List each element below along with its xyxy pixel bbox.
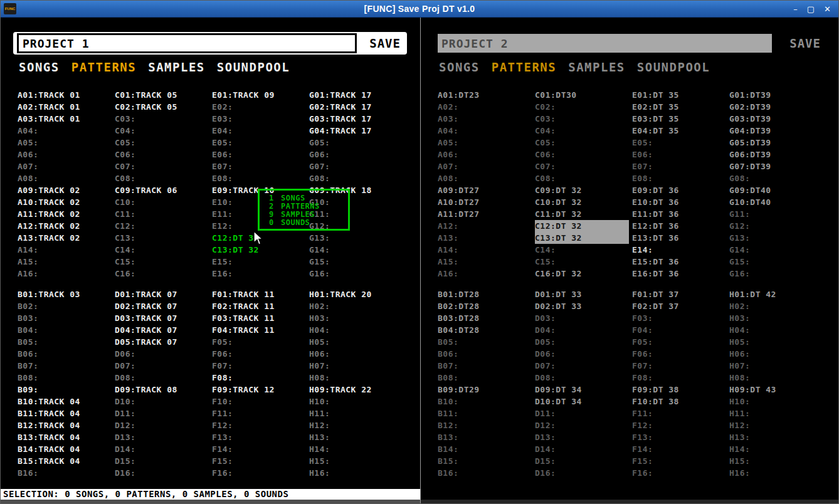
pattern-slot-G13[interactable]: G13: <box>309 232 406 244</box>
pattern-slot-E04[interactable]: E04:DT 35 <box>632 125 729 137</box>
pattern-slot-A15[interactable]: A15: <box>18 256 115 268</box>
pattern-slot-C10[interactable]: C10: <box>115 196 212 208</box>
pattern-slot-H16[interactable]: H16: <box>309 467 406 479</box>
pattern-slot-G01[interactable]: G01:TRACK 17 <box>309 89 406 101</box>
pattern-slot-E01[interactable]: E01:DT 35 <box>632 89 729 101</box>
pattern-slot-B16[interactable]: B16: <box>18 467 115 479</box>
pattern-slot-B07[interactable]: B07: <box>18 360 115 372</box>
pattern-slot-D07[interactable]: D07: <box>115 360 212 372</box>
pattern-slot-G06[interactable]: G06: <box>309 149 406 160</box>
pattern-slot-A05[interactable]: A05: <box>438 137 535 149</box>
pattern-slot-G03[interactable]: G03:TRACK 17 <box>309 113 406 125</box>
pattern-slot-B15[interactable]: B15:TRACK 04 <box>18 455 115 467</box>
pattern-slot-G01[interactable]: G01:DT39 <box>729 89 826 101</box>
pattern-slot-D04[interactable]: D04: <box>535 324 632 336</box>
pattern-slot-H03[interactable]: H03: <box>729 312 826 324</box>
pattern-slot-H16[interactable]: H16: <box>729 467 826 479</box>
pattern-slot-A08[interactable]: A08: <box>438 172 535 184</box>
pattern-slot-F13[interactable]: F13: <box>212 431 309 443</box>
pattern-slot-H12[interactable]: H12: <box>309 419 406 431</box>
pattern-slot-A03[interactable]: A03: <box>438 113 535 125</box>
pattern-slot-H08[interactable]: H08: <box>309 372 406 384</box>
pattern-slot-C04[interactable]: C04: <box>535 125 632 137</box>
pattern-slot-D08[interactable]: D08: <box>535 372 632 384</box>
pattern-slot-G10[interactable]: G10:DT40 <box>729 196 826 208</box>
pattern-slot-E09[interactable]: E09:DT 36 <box>632 184 729 196</box>
pattern-slot-H07[interactable]: H07: <box>729 360 826 372</box>
pattern-slot-H08[interactable]: H08: <box>729 372 826 384</box>
pattern-slot-C02[interactable]: C02:TRACK 05 <box>115 101 212 113</box>
pattern-slot-E06[interactable]: E06: <box>212 149 309 160</box>
pattern-slot-A11[interactable]: A11:DT27 <box>438 208 535 220</box>
pattern-slot-F01[interactable]: F01:DT 37 <box>632 288 729 300</box>
pattern-slot-G09[interactable]: G09:DT40 <box>729 184 826 196</box>
pattern-slot-A01[interactable]: A01:DT23 <box>438 89 535 101</box>
pattern-slot-B09[interactable]: B09:DT29 <box>438 384 535 396</box>
pattern-slot-H14[interactable]: H14: <box>309 443 406 455</box>
tab-soundpool[interactable]: SOUNDPOOL <box>637 60 710 74</box>
pattern-slot-B14[interactable]: B14:TRACK 04 <box>18 443 115 455</box>
pattern-slot-D15[interactable]: D15: <box>535 455 632 467</box>
pattern-slot-F12[interactable]: F12: <box>632 419 729 431</box>
pattern-slot-B06[interactable]: B06: <box>438 348 535 360</box>
tab-songs[interactable]: SONGS <box>19 60 60 74</box>
pattern-slot-A07[interactable]: A07: <box>18 160 115 172</box>
pattern-slot-E04[interactable]: E04: <box>212 125 309 137</box>
pattern-slot-E02[interactable]: E02: <box>212 101 309 113</box>
pattern-slot-F09[interactable]: F09:DT 38 <box>632 384 729 396</box>
pattern-slot-A10[interactable]: A10:TRACK 02 <box>18 196 115 208</box>
pattern-slot-F11[interactable]: F11: <box>632 407 729 419</box>
pattern-slot-D12[interactable]: D12: <box>535 419 632 431</box>
pattern-slot-F02[interactable]: F02:DT 37 <box>632 300 729 312</box>
pattern-slot-F03[interactable]: F03: <box>632 312 729 324</box>
pattern-slot-B09[interactable]: B09: <box>18 384 115 396</box>
pattern-slot-D11[interactable]: D11: <box>115 407 212 419</box>
pattern-slot-A11[interactable]: A11:TRACK 02 <box>18 208 115 220</box>
pattern-slot-G16[interactable]: G16: <box>729 268 826 280</box>
pattern-slot-G07[interactable]: G07:DT39 <box>729 160 826 172</box>
project-name-input[interactable] <box>438 34 772 53</box>
pattern-slot-C01[interactable]: C01:DT30 <box>535 89 632 101</box>
pattern-slot-C16[interactable]: C16: <box>115 268 212 280</box>
pattern-slot-B11[interactable]: B11:TRACK 04 <box>18 407 115 419</box>
pattern-slot-G12[interactable]: G12: <box>729 220 826 232</box>
pattern-slot-H13[interactable]: H13: <box>729 431 826 443</box>
tab-samples[interactable]: SAMPLES <box>148 60 205 74</box>
pattern-slot-E07[interactable]: E07: <box>632 160 729 172</box>
pattern-slot-C03[interactable]: C03: <box>535 113 632 125</box>
pattern-slot-E14[interactable]: E14: <box>632 244 729 256</box>
pattern-slot-C08[interactable]: C08: <box>535 172 632 184</box>
pattern-slot-A15[interactable]: A15: <box>438 256 535 268</box>
pattern-slot-B12[interactable]: B12: <box>438 419 535 431</box>
pattern-slot-F15[interactable]: F15: <box>212 455 309 467</box>
close-button[interactable]: ✕ <box>824 1 831 18</box>
pattern-slot-E10[interactable]: E10:DT 36 <box>632 196 729 208</box>
tab-patterns[interactable]: PATTERNS <box>71 60 137 74</box>
pattern-slot-F12[interactable]: F12: <box>212 419 309 431</box>
pattern-slot-D14[interactable]: D14: <box>535 443 632 455</box>
pattern-slot-D11[interactable]: D11: <box>535 407 632 419</box>
pattern-slot-A14[interactable]: A14: <box>18 244 115 256</box>
pattern-slot-D10[interactable]: D10: <box>115 396 212 407</box>
pattern-slot-B04[interactable]: B04: <box>18 324 115 336</box>
pattern-slot-E12[interactable]: E12:DT 36 <box>632 220 729 232</box>
pattern-slot-D07[interactable]: D07: <box>535 360 632 372</box>
pattern-slot-A09[interactable]: A09:TRACK 02 <box>18 184 115 196</box>
pattern-slot-F06[interactable]: F06: <box>212 348 309 360</box>
pattern-slot-B01[interactable]: B01:TRACK 03 <box>18 288 115 300</box>
pattern-slot-F15[interactable]: F15: <box>632 455 729 467</box>
tab-soundpool[interactable]: SOUNDPOOL <box>217 60 290 74</box>
pattern-slot-F14[interactable]: F14: <box>632 443 729 455</box>
pattern-slot-C04[interactable]: C04: <box>115 125 212 137</box>
pattern-slot-C15[interactable]: C15: <box>535 256 632 268</box>
save-button[interactable]: SAVE <box>369 36 401 50</box>
save-button[interactable]: SAVE <box>789 36 821 50</box>
pattern-slot-H06[interactable]: H06: <box>309 348 406 360</box>
pattern-slot-F05[interactable]: F05: <box>212 336 309 348</box>
pattern-slot-E11[interactable]: E11:DT 36 <box>632 208 729 220</box>
pattern-slot-E02[interactable]: E02:DT 35 <box>632 101 729 113</box>
pattern-slot-H15[interactable]: H15: <box>309 455 406 467</box>
pattern-slot-F02[interactable]: F02:TRACK 11 <box>212 300 309 312</box>
pattern-slot-D12[interactable]: D12: <box>115 419 212 431</box>
project-name-input[interactable] <box>17 33 357 53</box>
